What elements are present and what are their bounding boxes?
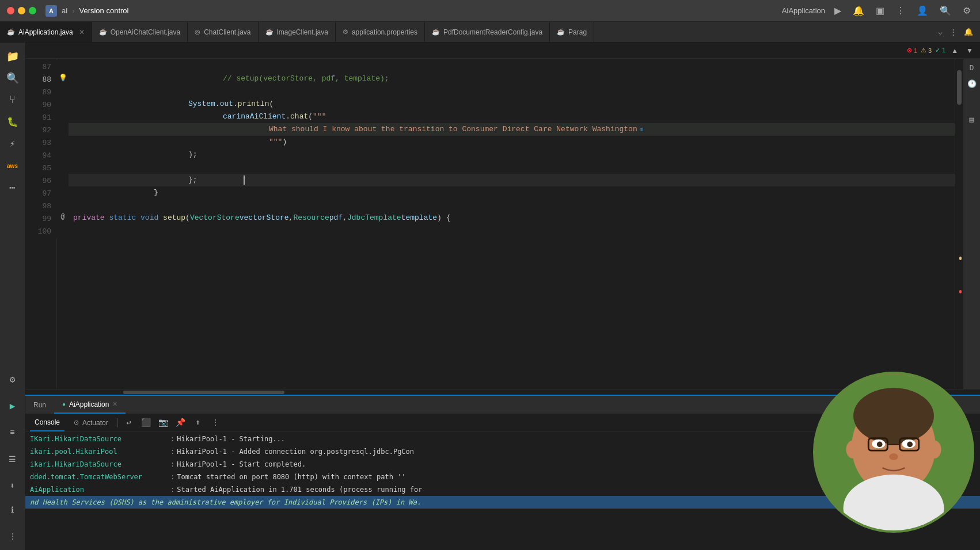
stop-icon[interactable]: ⬛ (140, 417, 153, 429)
structure-icon[interactable]: D (965, 61, 979, 75)
avatar-svg (815, 372, 972, 533)
tab-parag[interactable]: ☕ Parag (550, 22, 594, 42)
more-console-icon[interactable]: ⋮ (209, 417, 222, 429)
app-name: AiApplication (782, 6, 825, 15)
tab-imageclient-java[interactable]: ☕ ImageClient.java (259, 22, 336, 42)
java-icon: ☕ (432, 28, 440, 36)
type-vectorstore: VectorStore (190, 212, 240, 224)
tab-label: ChatClient.java (204, 28, 250, 36)
params: ( (185, 212, 190, 224)
sidebar-item-indent[interactable]: ≡ (3, 423, 22, 442)
scrollbar-error-marker (959, 290, 962, 293)
gutter-empty4 (57, 109, 69, 122)
project-name: ai (62, 6, 67, 15)
tab-pdfdocumentreaderconfig-java[interactable]: ☕ PdfDocumentReaderConfig.java (425, 22, 550, 42)
sidebar-item-down[interactable]: ⬇ (3, 476, 22, 495)
maximize-button[interactable] (29, 7, 36, 14)
minimap-icon[interactable]: ▤ (965, 113, 979, 127)
actuator-tab-label: Actuator (82, 419, 108, 427)
code-token: System (188, 98, 215, 110)
h-scrollbar-thumb[interactable] (123, 391, 284, 394)
sidebar-item-run-debug[interactable]: ▶ (3, 397, 22, 415)
sidebar-item-info[interactable]: ℹ (3, 501, 22, 519)
tab-label: application.properties (352, 28, 417, 36)
pin-icon[interactable]: 📌 (174, 417, 187, 429)
gutter-bulb-icon[interactable]: 💡 (57, 71, 69, 84)
tab-close-icon[interactable]: ✕ (79, 28, 85, 36)
svg-point-5 (928, 441, 941, 459)
comment-token: // setup(vectorStore, pdf, template); (223, 72, 389, 85)
type-resource: Resource (293, 212, 329, 224)
gutter-icons: 💡 @ (57, 59, 69, 389)
more-options-icon[interactable]: ⋮ (894, 4, 907, 17)
editor-top-bar: ⊗ 1 ⚠ 3 ✓ 1 ▲ ▼ (25, 43, 980, 59)
sidebar-item-dots2[interactable]: ⋮ (3, 527, 22, 545)
search-icon[interactable]: 🔍 (937, 4, 954, 17)
tab-aiapplication-java[interactable]: ☕ AiApplication.java ✕ (0, 22, 92, 42)
navigate-up-icon[interactable]: ▲ (949, 45, 960, 56)
rerun-icon[interactable]: ↩ (123, 417, 135, 429)
sidebar-item-extensions[interactable]: ⚡ (3, 135, 22, 153)
tab-chatclient-java[interactable]: ◎ ChatClient.java (188, 22, 258, 42)
code-line-88: // setup(vectorStore, pdf, template); (69, 72, 955, 85)
code-editor[interactable]: 87 88 89 90 91 92 93 94 95 96 97 98 99 1… (25, 59, 980, 389)
tab-application-properties[interactable]: ⚙ application.properties (336, 22, 425, 42)
more-tabs-icon[interactable]: ⋮ (947, 26, 959, 37)
gutter-empty7 (57, 147, 69, 160)
sidebar-item-more[interactable]: ⋯ (3, 178, 22, 197)
bottom-tab-aiapp-label: AiApplication (69, 400, 109, 408)
navigate-down-icon[interactable]: ▼ (964, 45, 975, 56)
sidebar-item-list[interactable]: ☰ (3, 450, 22, 468)
bottom-tab-close-icon[interactable]: ✕ (112, 400, 117, 408)
log-message-selected: nd Health Services (DSHS) as the adminis… (30, 498, 421, 506)
bottom-tab-aiapplication[interactable]: ● AiApplication ✕ (54, 396, 126, 414)
code-line-100 (69, 224, 955, 237)
sidebar-item-search[interactable]: 🔍 (3, 69, 22, 87)
tab-label: Parag (568, 28, 587, 36)
java-icon: ☕ (99, 28, 107, 36)
scrollbar-thumb[interactable] (957, 70, 962, 105)
bell-icon[interactable]: 🔔 (850, 4, 867, 17)
code-content[interactable]: // setup(vectorStore, pdf, template); Sy… (69, 59, 955, 389)
screenshot-icon[interactable]: 📷 (157, 417, 170, 429)
code-line-92: What should I know about the transition … (69, 123, 955, 136)
log-source: dded.tomcat.TomcatWebServer (30, 473, 168, 481)
sidebar-item-git[interactable]: ⑂ (3, 91, 22, 109)
sidebar-item-folder[interactable]: 📁 (3, 47, 22, 66)
svg-point-4 (846, 441, 859, 459)
gutter-empty (57, 59, 69, 71)
close-button[interactable] (7, 7, 14, 14)
console-tab[interactable]: Console (30, 414, 64, 431)
at-sign-icon: @ (60, 213, 64, 221)
right-scrollbar[interactable] (955, 59, 963, 389)
settings-icon[interactable]: ⚙ (960, 4, 973, 17)
sidebar-item-debug[interactable]: 🐛 (3, 113, 22, 131)
log-source: IKari.HikariDataSource (30, 435, 168, 443)
sidebar-item-aws[interactable]: aws (3, 156, 22, 175)
layout-icon[interactable]: ▣ (873, 4, 887, 17)
param-template: template (401, 212, 437, 224)
code-line-99: private static void setup ( VectorStore … (69, 212, 955, 224)
log-message: HikariPool-1 - Added connection org.post… (177, 448, 414, 456)
split-editor-icon[interactable]: ⌵ (936, 26, 945, 37)
error-badge: ⊗ 1 (907, 47, 917, 54)
scrollbar-warning-marker (959, 257, 962, 260)
gutter-at-icon[interactable]: @ (57, 211, 69, 223)
gutter-empty5 (57, 122, 69, 135)
user-icon[interactable]: 👤 (914, 4, 930, 17)
history-icon[interactable]: 🕐 (965, 77, 979, 91)
tab-label: ImageClient.java (277, 28, 328, 36)
gutter-empty3 (57, 97, 69, 109)
sidebar-item-settings[interactable]: ⚙ (3, 371, 22, 389)
lightbulb-icon: 💡 (59, 74, 67, 82)
tab-openaichatclient-java[interactable]: ☕ OpenAiChatClient.java (92, 22, 188, 42)
line-numbers: 87 88 89 90 91 92 93 94 95 96 97 98 99 1… (25, 59, 57, 389)
toolbar-divider (117, 418, 118, 427)
minimize-button[interactable] (18, 7, 25, 14)
external-icon[interactable]: ⬆ (192, 417, 204, 429)
actuator-tab[interactable]: ⊙ Actuator (69, 414, 113, 431)
run-button[interactable]: ▶ (832, 4, 844, 17)
code-line-97: } (69, 186, 955, 199)
notifications-icon[interactable]: 🔔 (962, 26, 975, 37)
bottom-tab-run[interactable]: Run (25, 396, 54, 414)
